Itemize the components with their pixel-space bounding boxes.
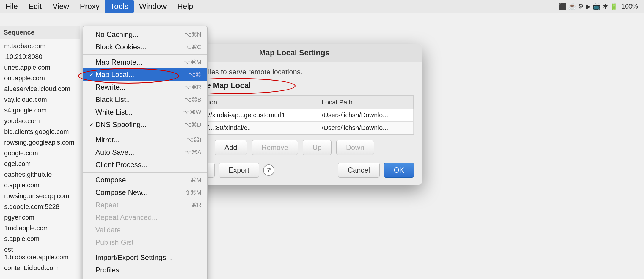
table-row: ✓ http://...:80/xindai/c... /Users/lichs… bbox=[175, 122, 414, 134]
menu-item-publish-gist-settings[interactable]: Publish Gist Settings... bbox=[83, 276, 207, 279]
menu-item-repeat[interactable]: Repeat ⌘R bbox=[83, 199, 207, 211]
remove-button[interactable]: Remove bbox=[252, 140, 298, 155]
menu-item-map-remote[interactable]: Map Remote... ⌥⌘M bbox=[83, 56, 207, 68]
menu-item-rewrite[interactable]: Rewrite... ⌥⌘R bbox=[83, 81, 207, 93]
menu-separator bbox=[83, 250, 207, 250]
menu-item-client-process[interactable]: Client Process... bbox=[83, 159, 207, 171]
help-button[interactable]: ? bbox=[263, 164, 274, 176]
menu-item-auto-save[interactable]: Auto Save... ⌥⌘A bbox=[83, 146, 207, 159]
add-button[interactable]: Add bbox=[215, 140, 247, 155]
menubar-right: ⬛ ☕ ⚙ ▶ 📺 ✱ 🔋 100% bbox=[558, 3, 644, 10]
menu-item-mirror[interactable]: Mirror... ⌥⌘I bbox=[83, 134, 207, 146]
map-local-table: Location Local Path ✓ https://xindai-ap.… bbox=[175, 96, 414, 134]
menu-separator bbox=[83, 132, 207, 132]
row-1-local-path: /Users/lichsh/Downlo... bbox=[318, 109, 413, 122]
battery-percentage: 100% bbox=[621, 3, 638, 10]
menu-item-dns-spoofing[interactable]: ✓ DNS Spoofing... ⌥⌘D bbox=[83, 118, 207, 131]
bottom-right-buttons: Cancel OK bbox=[338, 163, 414, 178]
menu-item-publish-gist[interactable]: Publish Gist bbox=[83, 236, 207, 249]
tools-dropdown-menu: No Caching... ⌥⌘N Block Cookies... ⌥⌘C M… bbox=[83, 26, 208, 279]
system-icons: ⬛ ☕ ⚙ ▶ 📺 ✱ 🔋 bbox=[558, 3, 618, 10]
menu-item-compose-new[interactable]: Compose New... ⇧⌘M bbox=[83, 186, 207, 199]
app-background: Sequence m.taobao.com .10.219:8080 unes.… bbox=[0, 13, 644, 279]
menu-item-compose[interactable]: Compose ⌘M bbox=[83, 174, 207, 186]
col-local-path-header: Local Path bbox=[318, 96, 413, 109]
row-1-location: https://xindai-ap...getcustomurl1 bbox=[189, 109, 318, 122]
menu-item-map-local[interactable]: ✓ Map Local... ⌥⌘ bbox=[83, 68, 207, 81]
modal-title: Map Local Settings bbox=[259, 48, 330, 57]
action-button-row: Add Remove Up Down bbox=[175, 140, 414, 155]
menu-item-validate[interactable]: Validate bbox=[83, 224, 207, 236]
map-local-table-container: Location Local Path ✓ https://xindai-ap.… bbox=[175, 95, 414, 135]
menu-item-import-export[interactable]: Import/Export Settings... bbox=[83, 251, 207, 264]
table-row: ✓ https://xindai-ap...getcustomurl1 /Use… bbox=[175, 109, 414, 122]
menubar: File Edit View Proxy Tools Window Help ⬛… bbox=[0, 0, 644, 13]
menu-edit[interactable]: Edit bbox=[23, 0, 47, 13]
menu-file[interactable]: File bbox=[0, 0, 23, 13]
cancel-button[interactable]: Cancel bbox=[338, 163, 380, 178]
bottom-row: Import Export ? Cancel OK bbox=[175, 160, 414, 179]
menu-proxy[interactable]: Proxy bbox=[75, 0, 105, 13]
row-2-location: http://...:80/xindai/c... bbox=[189, 122, 318, 134]
export-button[interactable]: Export bbox=[219, 163, 259, 178]
menu-item-repeat-advanced[interactable]: Repeat Advanced... bbox=[83, 211, 207, 224]
down-button[interactable]: Down bbox=[336, 140, 374, 155]
menu-view[interactable]: View bbox=[47, 0, 75, 13]
menu-item-black-list[interactable]: Black List... ⌥⌘B bbox=[83, 93, 207, 106]
ok-button[interactable]: OK bbox=[384, 163, 414, 178]
menu-separator bbox=[83, 172, 207, 173]
menu-tools[interactable]: Tools bbox=[105, 0, 134, 13]
row-2-local-path: /Users/lichsh/Downlo... bbox=[318, 122, 413, 134]
menu-item-profiles[interactable]: Profiles... bbox=[83, 264, 207, 276]
col-location-header: Location bbox=[189, 96, 318, 109]
menu-item-no-caching[interactable]: No Caching... ⌥⌘N bbox=[83, 28, 207, 41]
enable-map-local-row: ✓ Enable Map Local bbox=[175, 81, 414, 90]
modal-description: Use local files to serve remote location… bbox=[175, 68, 414, 76]
menu-item-white-list[interactable]: White List... ⌥⌘W bbox=[83, 106, 207, 118]
menu-window[interactable]: Window bbox=[134, 0, 172, 13]
menu-item-block-cookies[interactable]: Block Cookies... ⌥⌘C bbox=[83, 41, 207, 53]
menu-help[interactable]: Help bbox=[172, 0, 198, 13]
menu-separator bbox=[83, 54, 207, 55]
up-button[interactable]: Up bbox=[303, 140, 332, 155]
